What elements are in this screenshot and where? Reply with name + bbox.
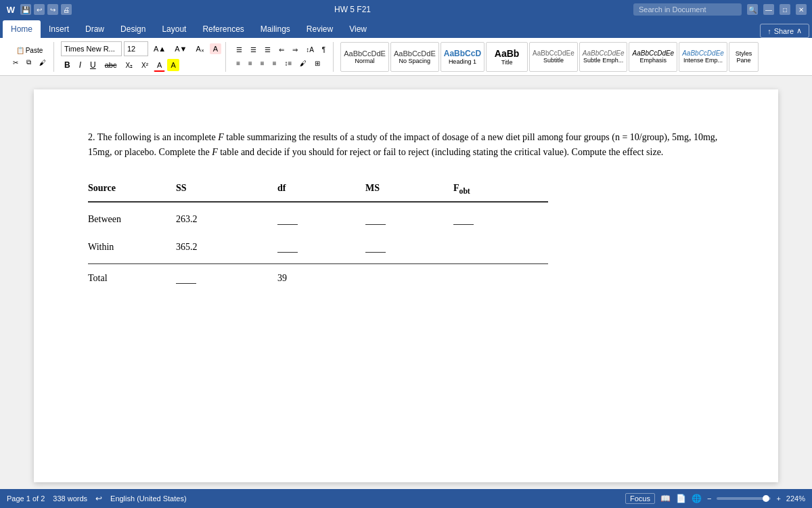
read-mode-icon[interactable]: 📖 (660, 494, 671, 503)
clear-format-icon[interactable]: Aₓ (192, 43, 207, 56)
decrease-font-icon[interactable]: A▼ (171, 43, 190, 55)
font-group: A▲ A▼ Aₓ A B I U abc X₂ X² A A (57, 42, 226, 72)
language-indicator[interactable]: English (United States) (110, 494, 187, 503)
cut-icon[interactable]: ✂ (9, 56, 22, 68)
style-emphasis[interactable]: AaBbCcDdEe Emphasis (629, 42, 677, 72)
focus-button[interactable]: Focus (625, 493, 655, 504)
between-fobt-blank (453, 224, 474, 225)
styles-pane-button[interactable]: Styles Pane (729, 42, 759, 72)
f-table-header-fobt: Fobt (453, 181, 541, 197)
increase-indent-button[interactable]: ⇒ (289, 44, 301, 56)
paste-button[interactable]: 📋 Paste (13, 45, 47, 56)
highlight-button[interactable]: A (167, 59, 179, 71)
multilevel-button[interactable]: ☰ (261, 44, 274, 56)
style-subtitle-preview: AaBbCcDdEe (533, 49, 574, 57)
style-normal[interactable]: AaBbCcDdE Normal (340, 42, 389, 72)
style-intense-emp-preview: AaBbCcDdEe (682, 49, 724, 57)
save-icon[interactable]: 💾 (20, 4, 31, 15)
status-bar-right: Focus 📖 📄 🌐 − + 224% (625, 493, 805, 504)
style-normal-preview: AaBbCcDdE (344, 49, 386, 58)
tab-design[interactable]: Design (112, 20, 154, 38)
within-ss: 365.2 (176, 240, 277, 254)
minimize-icon[interactable]: — (763, 4, 774, 15)
maximize-icon[interactable]: □ (780, 4, 790, 15)
format-painter-icon[interactable]: 🖌 (36, 56, 49, 68)
show-hide-button[interactable]: ¶ (319, 44, 329, 56)
tab-view[interactable]: View (341, 20, 375, 38)
style-title[interactable]: AaBb Title (486, 42, 528, 72)
search-input[interactable] (633, 3, 742, 16)
style-subtle-emph-preview: AaBbCcDdEe (583, 49, 625, 57)
tab-home[interactable]: Home (3, 20, 41, 38)
text-color-button[interactable]: A (154, 59, 165, 72)
status-bar: Page 1 of 2 338 words ↩ English (United … (0, 489, 812, 508)
increase-font-icon[interactable]: A▲ (150, 43, 169, 55)
font-name-input[interactable] (61, 41, 122, 56)
tab-insert[interactable]: Insert (41, 20, 77, 38)
zoom-slider[interactable] (717, 497, 771, 500)
between-fobt (453, 212, 541, 226)
style-no-spacing[interactable]: AaBbCcDdE No Spacing (390, 42, 439, 72)
f-table-row-within: Within 365.2 (88, 233, 548, 261)
bullets-button[interactable]: ☰ (233, 44, 246, 56)
print-layout-icon[interactable]: 📄 (676, 494, 686, 503)
tab-references[interactable]: References (194, 20, 252, 38)
tab-layout[interactable]: Layout (154, 20, 194, 38)
italic-button[interactable]: I (76, 58, 85, 72)
font-color-fill-icon[interactable]: A (210, 43, 221, 54)
strikethrough-button[interactable]: abc (102, 59, 120, 71)
document-page[interactable]: 2. The following is an incomplete F tabl… (34, 89, 778, 482)
within-df (277, 240, 365, 254)
web-layout-icon[interactable]: 🌐 (692, 494, 702, 503)
style-heading1[interactable]: AaBbCcD Heading 1 (441, 42, 484, 72)
quick-access-toolbar: 💾 ↩ ↪ 🖨 (20, 4, 72, 15)
justify-button[interactable]: ≡ (269, 58, 280, 69)
zoom-in-icon[interactable]: + (776, 494, 780, 503)
shading-button[interactable]: 🖌 (296, 58, 310, 69)
style-intense-emp[interactable]: AaBbCcDdEe Intense Emp... (679, 42, 727, 72)
decrease-indent-button[interactable]: ⇐ (275, 44, 288, 56)
styles-pane-label: Styles (736, 50, 752, 57)
tab-mailings[interactable]: Mailings (252, 20, 298, 38)
f-table-header-ss: SS (176, 181, 277, 197)
close-icon[interactable]: ✕ (796, 4, 807, 15)
within-ms (365, 240, 453, 254)
f-table-row-total: Total 39 (88, 263, 548, 292)
numbering-button[interactable]: ☰ (247, 44, 260, 56)
share-button[interactable]: ↑ Share ∧ (760, 24, 809, 38)
style-no-spacing-label: No Spacing (399, 58, 431, 64)
title-bar: W 💾 ↩ ↪ 🖨 HW 5 F21 🔍 — □ ✕ (0, 0, 812, 19)
total-df: 39 (277, 271, 365, 285)
undo-icon[interactable]: ↩ (34, 4, 45, 15)
paste-icon: 📋 (16, 47, 24, 54)
zoom-out-icon[interactable]: − (707, 494, 711, 503)
print-icon[interactable]: 🖨 (61, 4, 72, 15)
search-icon[interactable]: 🔍 (747, 4, 758, 15)
title-bar-left: W 💾 ↩ ↪ 🖨 (5, 4, 72, 15)
word-icon[interactable]: W (5, 4, 16, 15)
font-size-input[interactable] (124, 41, 148, 56)
sort-button[interactable]: ↕A (302, 44, 317, 56)
line-spacing-button[interactable]: ↕≡ (281, 58, 296, 69)
borders-button[interactable]: ⊞ (311, 58, 323, 69)
between-ms-blank (365, 224, 386, 225)
style-subtitle[interactable]: AaBbCcDdEe Subtitle (529, 42, 578, 72)
redo-icon[interactable]: ↪ (47, 4, 58, 15)
align-center-button[interactable]: ≡ (245, 58, 256, 69)
tab-draw[interactable]: Draw (77, 20, 112, 38)
bold-button[interactable]: B (61, 58, 74, 72)
tab-review[interactable]: Review (298, 20, 341, 38)
styles-group: AaBbCcDdE Normal AaBbCcDdE No Spacing Aa… (336, 42, 807, 72)
clipboard-group: 📋 Paste ✂ ⧉ 🖌 (5, 42, 54, 72)
zoom-level[interactable]: 224% (786, 494, 805, 503)
copy-icon[interactable]: ⧉ (23, 56, 35, 68)
style-gallery: AaBbCcDdE Normal AaBbCcDdE No Spacing Aa… (340, 42, 803, 72)
underline-button[interactable]: U (87, 58, 99, 72)
subscript-button[interactable]: X₂ (122, 60, 136, 71)
align-right-button[interactable]: ≡ (257, 58, 268, 69)
style-title-preview: AaBb (495, 48, 520, 59)
proofing-icon[interactable]: ↩ (95, 494, 102, 503)
style-subtle-emph[interactable]: AaBbCcDdEe Subtle Emph... (579, 42, 628, 72)
superscript-button[interactable]: X² (138, 60, 152, 71)
align-left-button[interactable]: ≡ (233, 58, 244, 69)
